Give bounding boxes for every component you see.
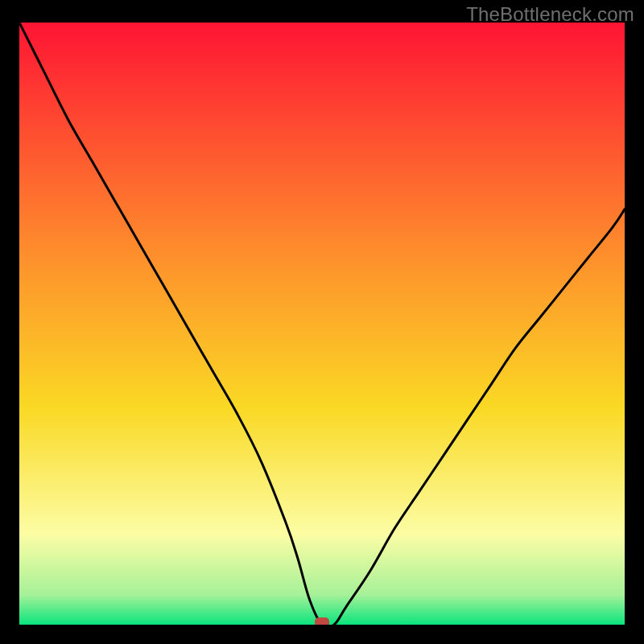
chart-svg	[19, 23, 625, 625]
minimum-marker	[315, 617, 329, 625]
plot-area	[19, 23, 625, 625]
chart-frame: TheBottleneck.com	[0, 0, 644, 644]
